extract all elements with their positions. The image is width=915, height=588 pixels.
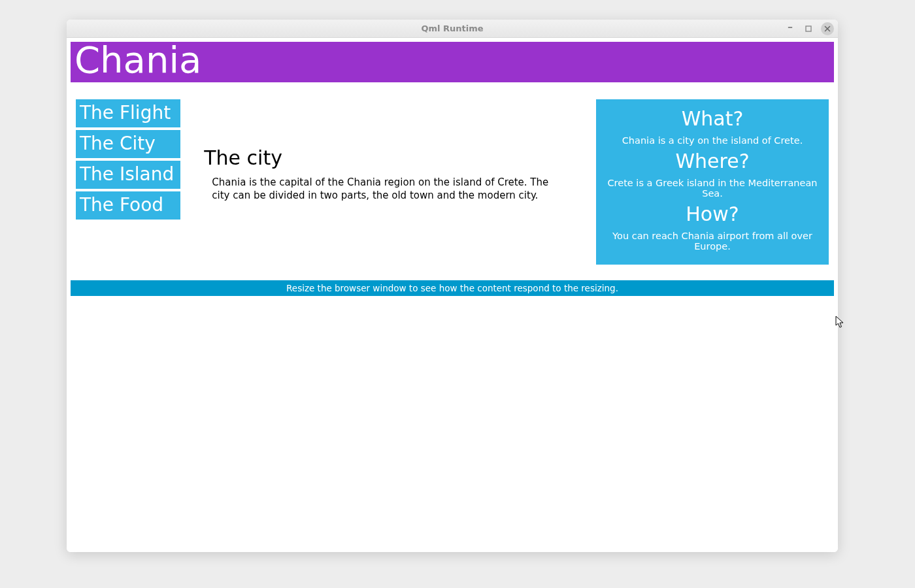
desktop: Qml Runtime – Chania The Flight	[0, 0, 915, 588]
window-titlebar[interactable]: Qml Runtime –	[67, 20, 838, 38]
content-heading: The city	[204, 146, 557, 169]
nav-item-island[interactable]: The Island	[76, 161, 180, 189]
window-title: Qml Runtime	[421, 24, 483, 33]
main-content: The city Chania is the capital of the Ch…	[193, 99, 583, 203]
nav-menu: The Flight The City The Island The Food	[76, 99, 180, 220]
nav-item-label: The City	[80, 133, 156, 154]
side-heading-how: How?	[603, 203, 822, 225]
nav-item-flight[interactable]: The Flight	[76, 99, 180, 127]
side-heading-where: Where?	[603, 150, 822, 172]
side-panel: What? Chania is a city on the island of …	[596, 99, 829, 265]
footer-bar: Resize the browser window to see how the…	[71, 280, 834, 296]
page-header: Chania	[71, 42, 834, 82]
side-body-where: Crete is a Greek island in the Mediterra…	[603, 178, 822, 199]
nav-item-label: The Food	[80, 194, 163, 216]
svg-rect-0	[806, 26, 811, 31]
nav-item-label: The Island	[80, 163, 174, 185]
nav-item-city[interactable]: The City	[76, 130, 180, 158]
page-title: Chania	[75, 39, 201, 81]
window-maximize-button[interactable]	[803, 23, 814, 35]
side-body-what: Chania is a city on the island of Crete.	[603, 135, 822, 146]
window-controls: –	[784, 20, 834, 37]
side-body-how: You can reach Chania airport from all ov…	[603, 231, 822, 252]
app-window: Qml Runtime – Chania The Flight	[67, 20, 838, 552]
window-minimize-button[interactable]: –	[784, 23, 796, 35]
window-close-button[interactable]	[821, 22, 834, 35]
nav-item-food[interactable]: The Food	[76, 191, 180, 220]
content-body: Chania is the capital of the Chania regi…	[204, 176, 557, 203]
client-area: Chania The Flight The City The Island Th…	[67, 38, 838, 552]
footer-text: Resize the browser window to see how the…	[286, 283, 618, 293]
main-layout: The Flight The City The Island The Food …	[71, 99, 834, 265]
side-heading-what: What?	[603, 107, 822, 130]
nav-item-label: The Flight	[80, 102, 171, 123]
